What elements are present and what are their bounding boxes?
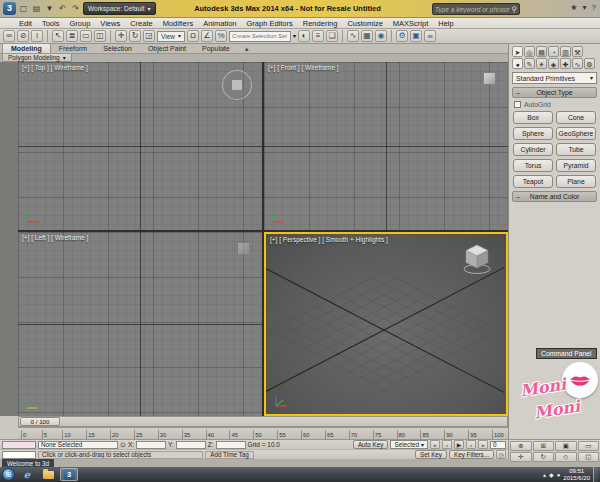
layer-manager-icon[interactable]: ❏ (326, 30, 338, 42)
x-coordinate-input[interactable] (136, 441, 166, 449)
viewport-front-label[interactable]: [+] [ Front ] [ Wireframe ] (268, 64, 339, 71)
next-frame-button[interactable]: › (466, 440, 476, 449)
menu-help[interactable]: Help (433, 19, 458, 28)
mirror-icon[interactable]: ◐ (298, 30, 310, 42)
zoom-all-icon[interactable]: ⊞ (533, 441, 555, 451)
time-configuration-button[interactable]: ◷ (496, 450, 506, 459)
time-slider-thumb[interactable]: 0 / 100 (20, 417, 60, 426)
ribbon-minimize-icon[interactable]: ▲ (244, 46, 250, 52)
render-production-icon[interactable]: ☕ (424, 30, 436, 42)
reference-coordinate-dropdown[interactable]: View ▾ (157, 31, 185, 42)
objtype-tube-button[interactable]: Tube (556, 143, 596, 156)
helpers-category-icon[interactable]: ✚ (560, 58, 571, 69)
bind-to-spacewarp-icon[interactable]: ≀ (31, 30, 43, 42)
viewport-left-label[interactable]: [+] [ Left ] [ Wireframe ] (22, 234, 88, 241)
percent-snap-icon[interactable]: % (215, 30, 227, 42)
tray-expand-icon[interactable]: ▴ (543, 471, 546, 478)
align-icon[interactable]: ≡ (312, 30, 324, 42)
start-button[interactable]: ⊞ (2, 468, 15, 481)
viewport-front[interactable]: [+] [ Front ] [ Wireframe ] (264, 62, 508, 230)
viewcube-top-face[interactable] (231, 79, 243, 91)
panel-tab-polygon-modeling[interactable]: Polygon Modeling ▾ (2, 54, 72, 62)
menu-animation[interactable]: Animation (198, 19, 241, 28)
viewcube-icon[interactable] (483, 72, 496, 85)
track-bar[interactable]: 0 5 10 15 20 25 30 35 40 45 50 55 60 65 … (18, 427, 508, 439)
key-mode-dropdown[interactable]: Selected ▾ (390, 440, 428, 449)
hierarchy-tab-icon[interactable]: ▤ (536, 46, 547, 57)
window-crossing-icon[interactable]: ◫ (94, 30, 106, 42)
chevron-down-icon[interactable]: ▾ (583, 3, 587, 12)
save-file-icon[interactable]: ▼ (44, 3, 55, 14)
add-time-tag[interactable]: Add Time Tag (205, 451, 253, 459)
systems-category-icon[interactable]: ⚙ (584, 58, 595, 69)
play-button[interactable]: ▶ (454, 440, 464, 449)
ribbon-tab-populate[interactable]: Populate (194, 44, 238, 53)
viewcube-icon[interactable] (237, 242, 250, 255)
key-filters-button[interactable]: Key Filters... (449, 450, 494, 459)
ribbon-tab-freeform[interactable]: Freeform (51, 44, 95, 53)
orbit-icon[interactable]: ↻ (533, 452, 555, 462)
rendered-frame-window-icon[interactable]: ▣ (410, 30, 422, 42)
menu-rendering[interactable]: Rendering (298, 19, 343, 28)
menu-modifiers[interactable]: Modifiers (158, 19, 198, 28)
motion-tab-icon[interactable]: ◔ (548, 46, 559, 57)
selection-lock-icon[interactable]: ⊙ (120, 441, 126, 449)
material-editor-icon[interactable]: ◉ (375, 30, 387, 42)
schematic-view-icon[interactable]: ▦ (361, 30, 373, 42)
viewport-top[interactable]: [+] [ Top ] [ Wireframe ] x y (18, 62, 262, 230)
application-menu-button[interactable]: 3 (3, 2, 16, 15)
y-coordinate-input[interactable] (176, 441, 206, 449)
new-scene-icon[interactable]: ▢ (18, 3, 29, 14)
go-to-start-button[interactable]: « (430, 440, 440, 449)
redo-icon[interactable]: ↷ (70, 3, 81, 14)
snap-toggle-icon[interactable]: Ω (187, 30, 199, 42)
unlink-selection-icon[interactable]: ⊘ (17, 30, 29, 42)
render-setup-icon[interactable]: ⚙ (396, 30, 408, 42)
menu-customize[interactable]: Customize (342, 19, 387, 28)
chevron-down-icon[interactable]: ▾ (293, 33, 296, 39)
viewcube-compass-icon[interactable] (222, 70, 252, 100)
open-file-icon[interactable]: ▤ (31, 3, 42, 14)
primitive-category-dropdown[interactable]: Standard Primitives ▾ (512, 72, 597, 84)
display-tab-icon[interactable]: ▥ (560, 46, 571, 57)
go-to-end-button[interactable]: » (478, 440, 488, 449)
zoom-icon[interactable]: ⊕ (510, 441, 532, 451)
help-icon[interactable]: ? (592, 3, 596, 12)
selected-objects-field[interactable] (38, 441, 118, 449)
objtype-plane-button[interactable]: Plane (556, 175, 596, 188)
viewport-perspective-label[interactable]: [+] [ Perspective ] [ Smooth + Highlight… (270, 236, 388, 243)
create-tab-icon[interactable]: ➤ (512, 46, 523, 57)
objtype-cone-button[interactable]: Cone (556, 111, 596, 124)
infocenter-search[interactable]: ⚲ (432, 3, 520, 15)
select-and-rotate-icon[interactable]: ↻ (129, 30, 141, 42)
welcome-window-title[interactable]: Welcome to 3d (2, 459, 54, 467)
modify-tab-icon[interactable]: ◎ (524, 46, 535, 57)
select-and-move-icon[interactable]: ✛ (115, 30, 127, 42)
menu-views[interactable]: Views (95, 19, 125, 28)
objtype-teapot-button[interactable]: Teapot (513, 175, 553, 188)
workspace-selector[interactable]: Workspace: Default ▾ (83, 2, 156, 15)
maxscript-mini-listener[interactable] (2, 451, 36, 459)
rectangular-region-icon[interactable]: ▭ (80, 30, 92, 42)
auto-key-button[interactable]: Auto Key (353, 440, 389, 449)
taskbar-3dsmax-button[interactable]: 3 (60, 468, 78, 481)
viewport-top-label[interactable]: [+] [ Top ] [ Wireframe ] (22, 64, 88, 71)
angle-snap-icon[interactable]: ∠ (201, 30, 213, 42)
menu-graph-editors[interactable]: Graph Editors (242, 19, 298, 28)
spacewarps-category-icon[interactable]: ∿ (572, 58, 583, 69)
ribbon-tab-selection[interactable]: Selection (95, 44, 140, 53)
ribbon-tab-modeling[interactable]: Modeling (2, 43, 51, 53)
objtype-pyramid-button[interactable]: Pyramid (556, 159, 596, 172)
viewcube-icon[interactable] (462, 242, 492, 276)
ribbon-tab-object-paint[interactable]: Object Paint (140, 44, 194, 53)
tray-status-icon[interactable]: ◆ (549, 471, 554, 478)
pan-icon[interactable]: ✛ (510, 452, 532, 462)
set-key-button[interactable]: Set Key (415, 450, 447, 459)
menu-edit[interactable]: Edit (14, 19, 37, 28)
select-and-link-icon[interactable]: ∞ (3, 30, 15, 42)
taskbar-clock[interactable]: 09:51 2015/6/20 (563, 468, 590, 481)
menu-create[interactable]: Create (125, 19, 158, 28)
zoom-extents-icon[interactable]: ▣ (555, 441, 577, 451)
zoom-region-icon[interactable]: ▭ (578, 441, 600, 451)
shapes-category-icon[interactable]: ✎ (524, 58, 535, 69)
